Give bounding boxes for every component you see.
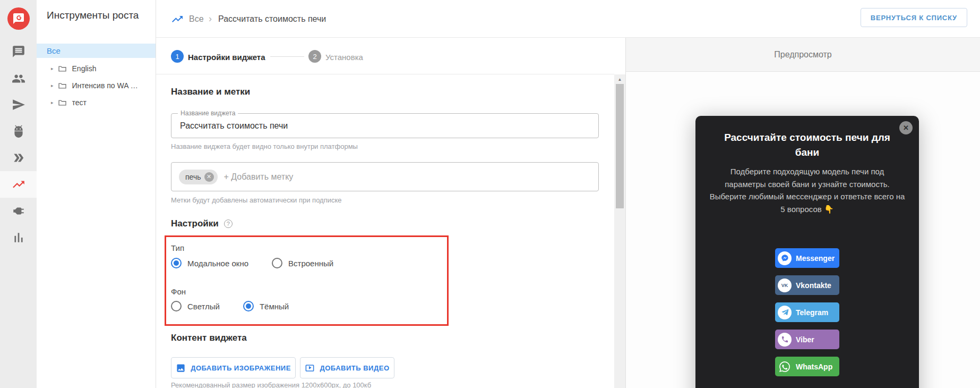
background-group-label: Фон (171, 287, 186, 296)
sidebar-item-label: English (72, 64, 97, 73)
add-image-button[interactable]: ДОБАВИТЬ ИЗОБРАЖЕНИЕ (171, 357, 296, 378)
caret-icon[interactable]: ▸ (51, 83, 54, 88)
tag-chip-label: печь (185, 173, 201, 181)
widget-preview-modal: ✕ Рассчитайте стоимость печи для бани По… (695, 116, 919, 388)
step-2-label[interactable]: Установка (325, 53, 363, 62)
vk-icon: VK (778, 279, 792, 292)
double-chevron-icon[interactable] (0, 145, 37, 171)
brand-logo[interactable] (7, 7, 30, 30)
sidebar-item-label: тест (72, 98, 87, 107)
chat-bubble-logo-icon (12, 12, 25, 25)
widget-name-input[interactable] (180, 114, 589, 138)
sidebar-item-test[interactable]: ▸ тест (37, 95, 156, 111)
annotation-highlight-box (165, 235, 449, 326)
messenger-button[interactable]: Messenger (775, 248, 839, 268)
widget-title: Рассчитайте стоимость печи для бани (717, 130, 898, 160)
widget-settings-form: 1 Настройки виджета 2 Установка Название… (156, 38, 614, 388)
robot-icon[interactable] (0, 118, 37, 145)
help-icon[interactable]: ? (224, 220, 233, 228)
folder-icon (57, 98, 67, 108)
caret-icon[interactable]: ▸ (51, 100, 54, 105)
chat-bubble-icon[interactable] (0, 38, 37, 65)
paper-plane-icon[interactable] (0, 91, 37, 118)
section-heading-content: Контент виджета (171, 333, 247, 343)
background-radio-group: Светлый Тёмный (171, 301, 289, 311)
tags-helper: Метки будут добавлены автоматически при … (171, 196, 342, 204)
trending-up-breadcrumb-icon (171, 13, 184, 26)
radio-light-label[interactable]: Светлый (187, 302, 220, 311)
app-root: Инструменты роста Все ▸ English ▸ Интенс… (0, 0, 980, 388)
sidebar-item-english[interactable]: ▸ English (37, 61, 156, 77)
sidebar-item-intensiv[interactable]: ▸ Интенсив по WA 0… (37, 78, 156, 94)
step-1-label[interactable]: Настройки виджета (188, 53, 265, 62)
step-1-circle[interactable]: 1 (171, 50, 184, 63)
image-icon (176, 363, 186, 373)
tags-field: печь ✕ (171, 162, 599, 191)
whatsapp-button[interactable]: WhatsApp (775, 357, 839, 376)
sidebar-item-label: Все (47, 46, 61, 55)
top-bar: Все › Рассчитать стоимость печи ВЕРНУТЬС… (156, 0, 980, 38)
viber-button[interactable]: Viber (775, 330, 839, 349)
section-heading-name-tags: Название и метки (171, 87, 250, 97)
sidebar-title: Инструменты роста (47, 10, 139, 21)
scrollbar-up-icon[interactable]: ▲ (614, 74, 625, 84)
stepper: 1 Настройки виджета 2 Установка (156, 38, 614, 74)
tag-chip: печь ✕ (179, 170, 218, 184)
section-heading-settings: Настройки? (171, 218, 233, 229)
messenger-icon (778, 251, 792, 265)
step-2-circle[interactable]: 2 (308, 50, 321, 63)
breadcrumb-root[interactable]: Все (189, 14, 204, 24)
type-radio-group: Модальное окно Встроенный (171, 258, 333, 268)
icon-rail (0, 0, 37, 388)
sidebar-item-label: Интенсив по WA 0… (72, 81, 141, 90)
preview-panel: Предпросмотр ✕ Рассчитайте стоимость печ… (625, 38, 980, 388)
radio-dark-label[interactable]: Тёмный (260, 302, 289, 311)
add-tag-input[interactable] (224, 172, 383, 182)
radio-dark[interactable] (243, 301, 254, 311)
bar-chart-icon[interactable] (0, 224, 37, 251)
radio-embedded-label[interactable]: Встроенный (288, 259, 333, 268)
image-size-helper: Рекомендованный размер изображения 1200x… (171, 381, 371, 388)
breadcrumb-current: Рассчитать стоимость печи (218, 14, 326, 24)
widget-description: Подберите подходящую модель печи под пар… (709, 165, 905, 215)
sidebar-item-all[interactable]: Все (37, 44, 156, 58)
folder-icon (57, 64, 67, 74)
sidebar: Инструменты роста Все ▸ English ▸ Интенс… (37, 0, 156, 388)
radio-embedded[interactable] (272, 258, 282, 268)
trending-up-icon[interactable] (0, 171, 37, 198)
preview-header: Предпросмотр (626, 38, 980, 72)
type-group-label: Тип (171, 243, 184, 252)
back-to-list-button[interactable]: ВЕРНУТЬСЯ К СПИСКУ (861, 8, 967, 27)
whatsapp-icon (778, 360, 792, 374)
telegram-icon (778, 306, 792, 319)
widget-name-helper: Название виджета будет видно только внут… (171, 142, 358, 150)
radio-modal-window[interactable] (171, 258, 182, 268)
add-video-button[interactable]: ДОБАВИТЬ ВИДЕО (300, 357, 394, 378)
preview-body: ✕ Рассчитайте стоимость печи для бани По… (626, 72, 980, 388)
tag-remove-icon[interactable]: ✕ (204, 172, 214, 182)
viber-icon (778, 333, 792, 347)
telegram-button[interactable]: Telegram (775, 302, 839, 322)
messenger-buttons: Messenger VK Vkontakte Telegram (695, 248, 919, 376)
breadcrumb-separator-icon: › (209, 13, 212, 24)
form-scrollbar[interactable]: ▲ (614, 74, 625, 388)
vkontakte-button[interactable]: VK Vkontakte (775, 275, 839, 295)
video-icon (305, 363, 315, 373)
caret-icon[interactable]: ▸ (51, 66, 54, 71)
folder-icon (57, 81, 67, 91)
stepper-connector (270, 56, 304, 57)
people-icon[interactable] (0, 65, 37, 92)
plug-icon[interactable] (0, 198, 37, 224)
scrollbar-thumb[interactable] (616, 84, 624, 208)
widget-name-field: Название виджета (171, 113, 599, 138)
radio-modal-window-label[interactable]: Модальное окно (187, 259, 248, 268)
close-icon[interactable]: ✕ (899, 121, 913, 134)
radio-light[interactable] (171, 301, 182, 311)
